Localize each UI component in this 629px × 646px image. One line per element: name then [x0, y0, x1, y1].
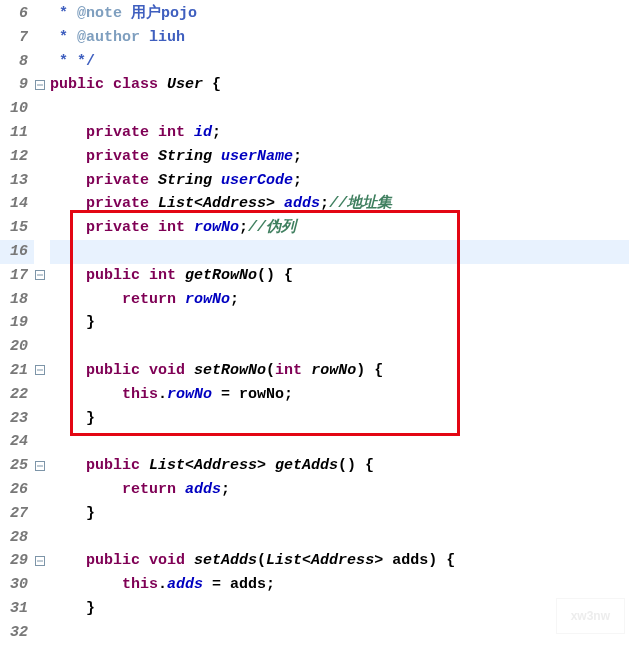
code-line[interactable]: private String userName; [50, 145, 629, 169]
line-number: 24 [0, 430, 34, 454]
line-number: 22 [0, 383, 34, 407]
code-line[interactable]: public int getRowNo() { [50, 264, 629, 288]
code-line[interactable]: } [50, 597, 629, 621]
line-number: 11 [0, 121, 34, 145]
line-number: 9 [0, 73, 34, 97]
fold-toggle-icon[interactable] [35, 549, 45, 573]
code-line[interactable]: return adds; [50, 478, 629, 502]
line-number: 31 [0, 597, 34, 621]
code-line[interactable] [50, 526, 629, 550]
line-number-gutter: 6789101112131415161718192021222324252627… [0, 0, 34, 646]
line-number: 10 [0, 97, 34, 121]
line-number: 28 [0, 526, 34, 550]
code-line[interactable] [50, 621, 629, 645]
code-line[interactable]: } [50, 502, 629, 526]
code-line[interactable]: this.rowNo = rowNo; [50, 383, 629, 407]
code-line[interactable]: private List<Address> adds;//地址集 [50, 192, 629, 216]
line-number: 20 [0, 335, 34, 359]
fold-toggle-icon[interactable] [35, 454, 45, 478]
code-line[interactable]: } [50, 311, 629, 335]
line-number: 15 [0, 216, 34, 240]
line-number: 32 [0, 621, 34, 645]
line-number: 25 [0, 454, 34, 478]
code-line[interactable] [50, 240, 629, 264]
watermark: xw3nw [556, 598, 625, 634]
line-number: 8 [0, 50, 34, 74]
fold-toggle-icon[interactable] [35, 73, 45, 97]
code-line[interactable] [50, 430, 629, 454]
code-line[interactable]: public void setRowNo(int rowNo) { [50, 359, 629, 383]
code-line[interactable]: private int rowNo;//伪列 [50, 216, 629, 240]
line-number: 13 [0, 169, 34, 193]
code-line[interactable]: * @note 用户pojo [50, 2, 629, 26]
code-line[interactable]: public List<Address> getAdds() { [50, 454, 629, 478]
line-number: 18 [0, 288, 34, 312]
line-number: 17 [0, 264, 34, 288]
line-number: 21 [0, 359, 34, 383]
fold-toggle-icon[interactable] [35, 359, 45, 383]
line-number: 26 [0, 478, 34, 502]
code-line[interactable]: * */ [50, 50, 629, 74]
code-line[interactable]: return rowNo; [50, 288, 629, 312]
line-number: 19 [0, 311, 34, 335]
code-line[interactable]: public void setAdds(List<Address> adds) … [50, 549, 629, 573]
line-number: 16 [0, 240, 34, 264]
line-number: 23 [0, 407, 34, 431]
code-editor[interactable]: 6789101112131415161718192021222324252627… [0, 0, 629, 646]
code-line[interactable]: public class User { [50, 73, 629, 97]
line-number: 30 [0, 573, 34, 597]
code-line[interactable]: private String userCode; [50, 169, 629, 193]
line-number: 7 [0, 26, 34, 50]
code-line[interactable]: } [50, 407, 629, 431]
code-line[interactable]: private int id; [50, 121, 629, 145]
fold-marker-column [34, 0, 50, 646]
code-line[interactable]: * @author liuh [50, 26, 629, 50]
code-area[interactable]: * @note 用户pojo * @author liuh * */public… [50, 0, 629, 646]
line-number: 27 [0, 502, 34, 526]
code-line[interactable] [50, 97, 629, 121]
line-number: 14 [0, 192, 34, 216]
code-line[interactable] [50, 335, 629, 359]
line-number: 12 [0, 145, 34, 169]
line-number: 29 [0, 549, 34, 573]
line-number: 6 [0, 2, 34, 26]
code-line[interactable]: this.adds = adds; [50, 573, 629, 597]
fold-toggle-icon[interactable] [35, 264, 45, 288]
